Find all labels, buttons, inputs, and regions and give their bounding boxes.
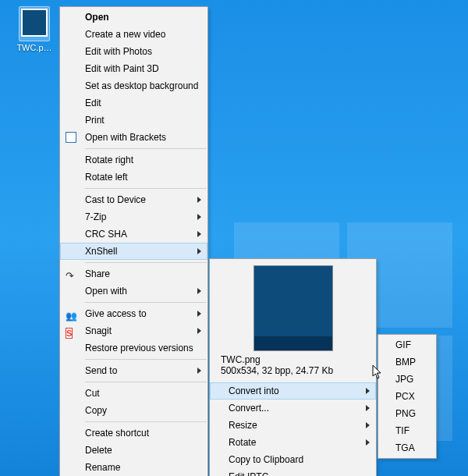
brackets-icon [66,131,78,144]
submenu-arrow-icon [366,405,370,411]
context-menu: OpenCreate a new videoEdit with PhotosEd… [59,6,208,476]
menu-item-xnshell[interactable]: XnShell [60,243,207,260]
submenu-arrow-icon [366,388,370,394]
menu-separator [85,359,207,360]
menu-item-label: Copy to Clipboard [229,454,303,465]
menu-item-label: PCX [395,391,415,402]
menu-item-open[interactable]: Open [60,9,207,26]
menu-item-label: Give access to [85,308,147,319]
menu-item-label: Set as desktop background [85,80,198,91]
xnshell-item-copy-to-clipboard[interactable]: Copy to Clipboard [210,451,376,468]
file-label: TWC.p… [11,43,58,52]
menu-item-rotate-left[interactable]: Rotate left [60,169,207,186]
format-item-tif[interactable]: TIF [378,422,436,439]
xnshell-submenu: TWC.png 500x534, 32 bpp, 24.77 Kb Conver… [209,258,377,476]
menu-item-delete[interactable]: Delete [60,442,207,459]
menu-item-label: Convert into [229,385,279,396]
menu-item-restore-previous-versions[interactable]: Restore previous versions [60,339,207,357]
preview-block: TWC.png 500x534, 32 bpp, 24.77 Kb [210,261,376,382]
menu-item-label: Rotate right [85,155,133,165]
menu-item-label: Restore previous versions [85,343,193,353]
menu-item-edit-with-photos[interactable]: Edit with Photos [60,43,207,60]
menu-item-cut[interactable]: Cut [60,385,207,402]
format-item-pcx[interactable]: PCX [378,388,436,405]
menu-item-copy[interactable]: Copy [60,402,207,419]
xnshell-item-convert-into[interactable]: Convert into [210,382,376,400]
snagit-icon: S [66,325,78,337]
menu-item-edit[interactable]: Edit [60,94,207,112]
menu-item-label: XnShell [85,246,117,257]
menu-item-label: Open with Brackets [85,132,166,143]
menu-separator [85,148,207,149]
menu-item-label: Create a new video [85,29,165,40]
submenu-arrow-icon [197,288,201,294]
format-item-gif[interactable]: GIF [378,336,436,353]
menu-item-7-zip[interactable]: 7-Zip [60,208,207,226]
menu-item-label: PNG [395,408,416,419]
preview-fileinfo: 500x534, 32 bpp, 24.77 Kb [218,365,368,379]
menu-item-label: Share [85,268,110,279]
menu-separator [85,188,207,189]
menu-item-set-as-desktop-background[interactable]: Set as desktop background [60,77,207,94]
submenu-arrow-icon [197,311,201,317]
format-item-jpg[interactable]: JPG [378,371,436,388]
format-item-tga[interactable]: TGA [378,439,436,456]
menu-separator [85,421,207,422]
menu-item-label: TGA [395,442,415,453]
menu-item-label: Edit with Paint 3D [85,63,159,74]
desktop-file-icon[interactable]: TWC.p… [11,6,58,52]
submenu-arrow-icon [197,368,201,374]
xnshell-item-edit-iptc[interactable]: Edit IPTC... [210,468,376,476]
share-icon: ↷ [66,268,78,280]
menu-item-send-to[interactable]: Send to [60,362,207,379]
format-item-png[interactable]: PNG [378,405,436,422]
menu-item-label: Rename [85,462,120,473]
format-item-bmp[interactable]: BMP [378,353,436,371]
menu-item-rotate-right[interactable]: Rotate right [60,151,207,169]
menu-item-create-shortcut[interactable]: Create shortcut [60,424,207,442]
menu-item-label: Copy [85,405,107,416]
submenu-arrow-icon [366,439,370,446]
menu-item-rename[interactable]: Rename [60,459,207,476]
desktop[interactable]: TWC.p… OpenCreate a new videoEdit with P… [0,0,468,476]
menu-separator [85,302,207,303]
menu-item-label: Edit with Photos [85,46,152,57]
menu-item-label: TIF [395,425,410,436]
menu-item-give-access-to[interactable]: 👥Give access to [60,305,207,322]
preview-filename: TWC.png [218,354,368,365]
menu-separator [85,262,207,263]
menu-item-share[interactable]: ↷Share [60,265,207,282]
menu-item-label: Rotate [229,437,256,448]
menu-item-label: JPG [395,374,413,385]
xnshell-item-resize[interactable]: Resize [210,417,376,434]
menu-item-label: CRC SHA [85,229,127,240]
menu-item-print[interactable]: Print [60,112,207,129]
menu-separator [85,382,207,382]
menu-item-open-with-brackets[interactable]: Open with Brackets [60,129,207,146]
submenu-arrow-icon [197,248,201,254]
submenu-arrow-icon [197,197,201,203]
menu-item-create-a-new-video[interactable]: Create a new video [60,26,207,43]
menu-item-label: Rotate left [85,172,128,183]
menu-item-snagit[interactable]: SSnagit [60,322,207,339]
menu-item-label: Cut [85,388,100,399]
menu-item-label: Open [85,12,109,23]
file-thumbnail [21,9,48,37]
menu-item-label: GIF [395,339,411,350]
menu-item-open-with[interactable]: Open with [60,282,207,300]
menu-item-label: Print [85,115,105,126]
menu-item-label: Cast to Device [85,194,146,205]
menu-item-cast-to-device[interactable]: Cast to Device [60,191,207,208]
xnshell-item-rotate[interactable]: Rotate [210,434,376,451]
menu-item-label: Snagit [85,325,112,336]
menu-item-label: Edit IPTC... [229,471,276,476]
menu-item-edit-with-paint-3d[interactable]: Edit with Paint 3D [60,60,207,77]
submenu-arrow-icon [197,231,201,237]
preview-thumbnail [254,265,333,351]
xnshell-item-convert[interactable]: Convert... [210,400,376,417]
people-icon: 👥 [66,307,78,320]
menu-item-crc-sha[interactable]: CRC SHA [60,226,207,243]
menu-item-label: Delete [85,445,112,456]
submenu-arrow-icon [197,328,201,334]
menu-item-label: Open with [85,286,127,297]
